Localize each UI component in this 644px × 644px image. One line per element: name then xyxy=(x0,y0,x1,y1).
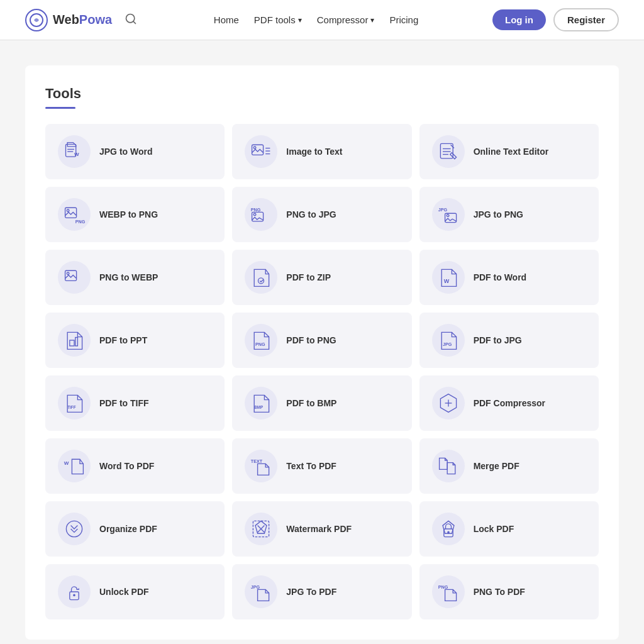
tools-grid: W JPG to Word Image to Text Online Text … xyxy=(45,124,599,619)
svg-text:PNG: PNG xyxy=(438,584,448,590)
nav-pdf-tools[interactable]: PDF tools xyxy=(254,14,302,25)
tool-icon-text-to-pdf: TEXT xyxy=(245,450,277,482)
svg-point-24 xyxy=(447,214,449,217)
svg-text:PNG: PNG xyxy=(255,341,265,347)
tool-card-png-to-jpg[interactable]: PNG PNG to JPG xyxy=(232,187,411,242)
svg-rect-7 xyxy=(252,145,264,155)
tool-card-online-text-editor[interactable]: Online Text Editor xyxy=(419,124,599,179)
logo-text-web: Web xyxy=(53,13,79,26)
tool-card-pdf-to-png[interactable]: PNG PDF to PNG xyxy=(232,313,411,368)
svg-rect-12 xyxy=(440,143,453,158)
register-button[interactable]: Register xyxy=(553,8,619,31)
tool-icon-online-text-editor xyxy=(432,135,465,168)
tool-icon-png-to-webp xyxy=(58,261,91,294)
tool-label-online-text-editor: Online Text Editor xyxy=(474,147,549,157)
tool-label-webp-to-png: WEBP to PNG xyxy=(99,209,158,219)
tool-card-word-to-pdf[interactable]: W Word To PDF xyxy=(45,438,225,494)
svg-text:PNG: PNG xyxy=(75,219,86,225)
tool-icon-jpg-to-png: JPG xyxy=(432,198,465,231)
tool-label-pdf-to-word: PDF to Word xyxy=(474,272,527,282)
svg-point-21 xyxy=(254,213,257,216)
tool-icon-png-to-jpg: PNG xyxy=(245,198,277,231)
svg-point-26 xyxy=(67,272,69,275)
tool-card-pdf-to-word[interactable]: W PDF to Word xyxy=(419,250,599,305)
tool-card-unlock-pdf[interactable]: Unlock PDF xyxy=(45,564,225,619)
tool-icon-organize-pdf xyxy=(58,513,91,545)
tool-icon-pdf-to-tiff: TIFF xyxy=(58,387,91,419)
tool-label-pdf-to-bmp: PDF to BMP xyxy=(286,398,336,408)
tool-label-png-to-jpg: PNG to JPG xyxy=(286,209,336,219)
logo-text-powa: Powa xyxy=(79,13,112,26)
tool-icon-merge-pdf xyxy=(432,450,465,482)
tool-label-pdf-to-png: PDF to PNG xyxy=(286,335,336,345)
header: WebPowa Home PDF tools Compressor Pricin… xyxy=(0,0,644,40)
tool-card-lock-pdf[interactable]: Lock PDF xyxy=(419,501,599,557)
tool-card-pdf-to-ppt[interactable]: PDF to PPT xyxy=(45,313,225,368)
tool-icon-pdf-to-png: PNG xyxy=(245,324,277,357)
tool-card-pdf-to-tiff[interactable]: TIFF PDF to TIFF xyxy=(45,375,225,431)
tool-card-png-to-webp[interactable]: PNG to WEBP xyxy=(45,250,225,305)
nav-pricing[interactable]: Pricing xyxy=(389,14,418,25)
tool-card-pdf-to-zip[interactable]: PDF to ZIP xyxy=(232,250,411,305)
header-left: WebPowa xyxy=(25,9,140,31)
tool-label-image-to-text: Image to Text xyxy=(286,147,342,157)
nav-compressor[interactable]: Compressor xyxy=(317,14,375,25)
tool-icon-webp-to-png: PNG xyxy=(58,198,91,231)
tool-icon-word-to-pdf: W xyxy=(58,450,91,482)
tool-label-pdf-to-ppt: PDF to PPT xyxy=(99,335,147,345)
tool-label-jpg-to-pdf: JPG To PDF xyxy=(286,587,336,597)
tool-label-word-to-pdf: Word To PDF xyxy=(99,461,154,471)
tool-label-pdf-to-tiff: PDF to TIFF xyxy=(99,398,149,408)
tool-card-webp-to-png[interactable]: PNG WEBP to PNG xyxy=(45,187,225,242)
tool-label-jpg-to-word: JPG to Word xyxy=(99,147,153,157)
tool-card-jpg-to-pdf[interactable]: JPG JPG To PDF xyxy=(232,564,411,619)
tools-container: Tools W JPG to Word Image to Text Online… xyxy=(25,65,619,640)
tool-icon-unlock-pdf xyxy=(58,575,91,608)
login-button[interactable]: Log in xyxy=(492,9,546,30)
tool-card-watermark-pdf[interactable]: Watermark PDF xyxy=(232,501,411,557)
tool-card-image-to-text[interactable]: Image to Text xyxy=(232,124,411,179)
svg-point-27 xyxy=(258,278,264,284)
svg-point-8 xyxy=(254,147,257,149)
tool-card-pdf-to-bmp[interactable]: BMP PDF to BMP xyxy=(232,375,411,431)
tool-icon-lock-pdf xyxy=(432,513,465,545)
svg-text:BMP: BMP xyxy=(255,405,264,409)
header-right: Log in Register xyxy=(492,8,619,31)
tool-label-pdf-to-jpg: PDF to JPG xyxy=(474,335,522,345)
tool-card-jpg-to-png[interactable]: JPG JPG to PNG xyxy=(419,187,599,242)
svg-text:W: W xyxy=(74,152,79,157)
tool-card-text-to-pdf[interactable]: TEXT Text To PDF xyxy=(232,438,411,494)
svg-rect-29 xyxy=(70,340,74,346)
tool-card-pdf-to-jpg[interactable]: JPG PDF to JPG xyxy=(419,313,599,368)
search-button[interactable] xyxy=(122,10,140,30)
nav-home[interactable]: Home xyxy=(214,14,239,25)
tool-card-organize-pdf[interactable]: Organize PDF xyxy=(45,501,225,557)
section-title: Tools xyxy=(45,86,599,102)
svg-text:TEXT: TEXT xyxy=(251,458,263,464)
svg-text:W: W xyxy=(64,460,69,466)
tool-card-png-to-pdf[interactable]: PNG PNG To PDF xyxy=(419,564,599,619)
tool-icon-watermark-pdf xyxy=(245,513,277,545)
svg-point-42 xyxy=(447,531,450,534)
tool-label-organize-pdf: Organize PDF xyxy=(99,524,157,534)
tool-icon-pdf-compressor xyxy=(432,387,465,419)
tool-icon-jpg-to-word: W xyxy=(58,135,91,168)
tool-icon-pdf-to-zip xyxy=(245,261,277,294)
tool-label-merge-pdf: Merge PDF xyxy=(474,461,519,471)
tool-icon-png-to-pdf: PNG xyxy=(432,575,465,608)
tool-icon-image-to-text xyxy=(245,135,277,168)
tool-label-png-to-webp: PNG to WEBP xyxy=(99,272,158,282)
tool-label-jpg-to-png: JPG to PNG xyxy=(474,209,523,219)
svg-rect-30 xyxy=(75,338,78,347)
tool-label-pdf-compressor: PDF Compressor xyxy=(474,398,545,408)
svg-text:TIFF: TIFF xyxy=(67,405,75,409)
svg-text:PNG: PNG xyxy=(251,207,261,213)
tool-icon-pdf-to-jpg: JPG xyxy=(432,324,465,357)
tool-card-merge-pdf[interactable]: Merge PDF xyxy=(419,438,599,494)
logo[interactable]: WebPowa xyxy=(25,9,112,31)
tool-icon-jpg-to-pdf: JPG xyxy=(245,575,277,608)
svg-rect-25 xyxy=(65,270,77,280)
tool-card-jpg-to-word[interactable]: W JPG to Word xyxy=(45,124,225,179)
tool-card-pdf-compressor[interactable]: PDF Compressor xyxy=(419,375,599,431)
main-content: Tools W JPG to Word Image to Text Online… xyxy=(0,40,644,644)
